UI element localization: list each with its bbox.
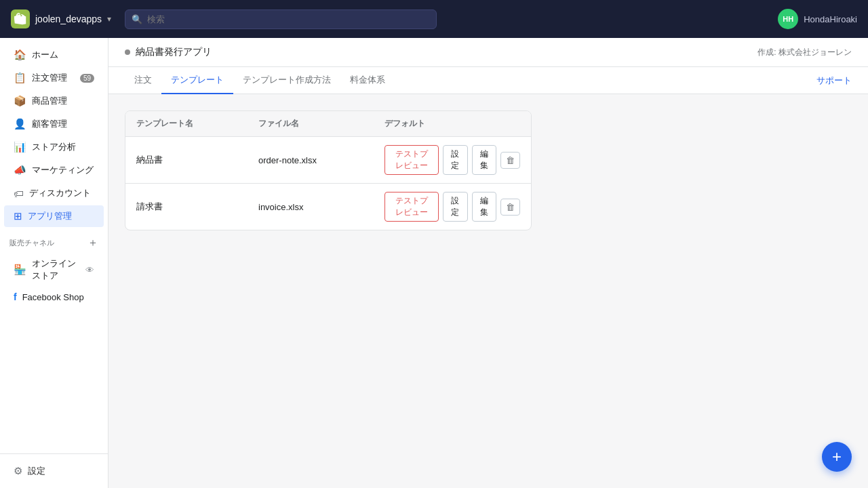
marketing-icon: 📣 — [14, 164, 26, 176]
row-actions: テストプレビュー 設定 編集 🗑 — [384, 145, 520, 175]
sidebar-item-label: ディスカウント — [29, 187, 91, 199]
tab-templates[interactable]: テンプレート — [161, 67, 233, 94]
sidebar-item-label: ホーム — [32, 49, 58, 61]
sidebar-item-label: 商品管理 — [32, 95, 67, 107]
top-navigation: joolen_devapps ▾ 🔍 HH HondaHiroaki — [0, 0, 868, 38]
tabs-bar: 注文 テンプレート テンプレート作成方法 料金体系 サポート — [108, 67, 868, 94]
sidebar-item-label: ストア分析 — [32, 141, 76, 153]
table-header: テンプレート名 ファイル名 デフォルト — [125, 111, 531, 137]
support-link[interactable]: サポート — [816, 75, 852, 87]
row-actions: テストプレビュー 設定 編集 🗑 — [384, 192, 520, 222]
col-header-default: デフォルト — [384, 118, 520, 129]
sidebar-item-orders[interactable]: 📋 注文管理 59 — [4, 67, 104, 89]
col-header-name: テンプレート名 — [136, 118, 258, 129]
sales-channel-label: 販売チャネル — [9, 238, 54, 248]
sidebar-item-label: 顧客管理 — [32, 118, 67, 130]
sidebar-item-marketing[interactable]: 📣 マーケティング — [4, 159, 104, 181]
sidebar-item-label: マーケティング — [32, 164, 94, 176]
app-header: 納品書発行アプリ 作成: 株式会社ジョーレン — [108, 38, 868, 67]
shopify-logo-icon — [11, 9, 30, 28]
tab-pricing[interactable]: 料金体系 — [340, 67, 395, 94]
edit-button[interactable]: 編集 — [472, 145, 497, 175]
sales-channel-section: 販売チャネル ＋ — [0, 228, 108, 253]
sidebar-item-apps[interactable]: ⊞ アプリ管理 — [4, 205, 104, 227]
avatar: HH — [778, 9, 798, 29]
user-menu[interactable]: HH HondaHiroaki — [778, 9, 857, 29]
app-status-dot — [125, 49, 130, 55]
products-icon: 📦 — [14, 95, 26, 107]
sidebar-item-online-store[interactable]: 🏪 オンラインストア 👁 — [4, 253, 104, 286]
preview-button[interactable]: テストプレビュー — [384, 145, 439, 175]
main-content: 納品書発行アプリ 作成: 株式会社ジョーレン 注文 テンプレート テンプレート作… — [108, 38, 868, 488]
search-icon: 🔍 — [132, 14, 142, 24]
analytics-icon: 📊 — [14, 141, 26, 153]
template-filename: invoice.xlsx — [258, 202, 384, 212]
app-title: 納品書発行アプリ — [136, 46, 212, 58]
store-chevron-icon: ▾ — [107, 14, 111, 24]
sidebar-item-discounts[interactable]: 🏷 ディスカウント — [4, 182, 104, 204]
template-name: 請求書 — [136, 201, 258, 213]
sidebar-item-label: 注文管理 — [32, 72, 67, 84]
discounts-icon: 🏷 — [14, 188, 24, 199]
sidebar-item-label: オンラインストア — [32, 258, 80, 282]
trash-icon: 🗑 — [506, 202, 515, 212]
settings-button[interactable]: 設定 — [443, 145, 468, 175]
settings-icon: ⚙ — [14, 465, 22, 477]
sidebar: 🏠 ホーム 📋 注文管理 59 📦 商品管理 👤 顧客管理 📊 ストア分析 📣 … — [0, 38, 108, 488]
template-table: テンプレート名 ファイル名 デフォルト 納品書 order-note.xlsx … — [125, 110, 532, 230]
orders-icon: 📋 — [14, 72, 26, 84]
delete-button[interactable]: 🗑 — [500, 152, 520, 169]
home-icon: 🏠 — [14, 49, 26, 61]
table-row: 請求書 invoice.xlsx テストプレビュー 設定 編集 🗑 — [125, 184, 531, 230]
content-area: テンプレート名 ファイル名 デフォルト 納品書 order-note.xlsx … — [108, 94, 868, 488]
sidebar-item-products[interactable]: 📦 商品管理 — [4, 90, 104, 112]
delete-button[interactable]: 🗑 — [500, 199, 520, 216]
store-name: joolen_devapps — [35, 14, 102, 24]
preview-button[interactable]: テストプレビュー — [384, 192, 439, 222]
sidebar-item-settings[interactable]: ⚙ 設定 — [4, 460, 104, 482]
sidebar-item-analytics[interactable]: 📊 ストア分析 — [4, 136, 104, 158]
table-row: 納品書 order-note.xlsx テストプレビュー 設定 編集 🗑 — [125, 137, 531, 184]
sidebar-item-customers[interactable]: 👤 顧客管理 — [4, 113, 104, 135]
template-name: 納品書 — [136, 154, 258, 166]
sidebar-item-facebook-shop[interactable]: f Facebook Shop — [4, 287, 104, 306]
facebook-icon: f — [14, 291, 17, 302]
customers-icon: 👤 — [14, 118, 26, 130]
search-input[interactable] — [125, 9, 437, 29]
search-container: 🔍 — [125, 9, 437, 29]
edit-button[interactable]: 編集 — [472, 192, 497, 222]
apps-icon: ⊞ — [14, 210, 22, 222]
template-filename: order-note.xlsx — [258, 155, 384, 165]
sidebar-item-label: 設定 — [28, 465, 45, 477]
store-logo-button[interactable]: joolen_devapps ▾ — [11, 9, 111, 28]
sidebar-item-home[interactable]: 🏠 ホーム — [4, 44, 104, 66]
fab-button[interactable]: + — [822, 442, 852, 472]
user-name: HondaHiroaki — [804, 14, 857, 24]
sidebar-item-label: アプリ管理 — [28, 210, 72, 222]
tab-howto[interactable]: テンプレート作成方法 — [233, 67, 340, 94]
tabs-list: 注文 テンプレート テンプレート作成方法 料金体系 — [125, 67, 395, 94]
orders-badge: 59 — [80, 74, 94, 83]
col-header-filename: ファイル名 — [258, 118, 384, 129]
online-store-icon: 🏪 — [14, 264, 26, 276]
tab-orders[interactable]: 注文 — [125, 67, 161, 94]
trash-icon: 🗑 — [506, 155, 515, 165]
add-channel-icon[interactable]: ＋ — [87, 236, 98, 250]
settings-button[interactable]: 設定 — [443, 192, 468, 222]
app-title-row: 納品書発行アプリ — [125, 46, 212, 58]
eye-icon[interactable]: 👁 — [85, 265, 94, 275]
sidebar-item-label: Facebook Shop — [22, 292, 84, 302]
app-maker: 作成: 株式会社ジョーレン — [757, 47, 852, 58]
